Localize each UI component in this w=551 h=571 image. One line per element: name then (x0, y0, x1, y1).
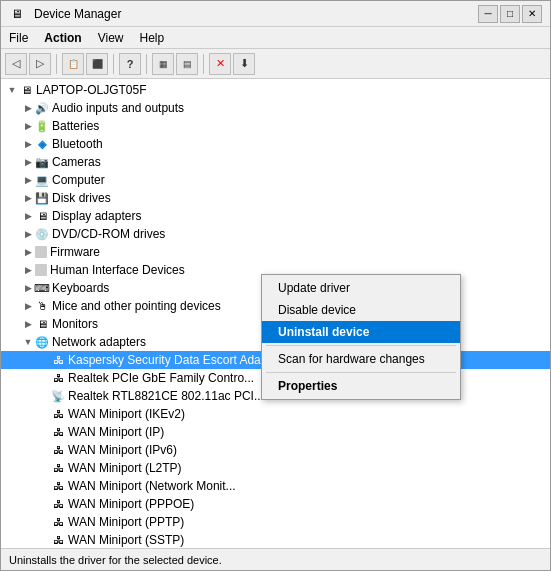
wan-ikev2-label: WAN Miniport (IKEv2) (68, 407, 185, 421)
menu-action[interactable]: Action (36, 27, 89, 48)
toolbar-sep-1 (56, 54, 57, 74)
menu-view[interactable]: View (90, 27, 132, 48)
toolbar-sep-2 (113, 54, 114, 74)
batteries-label: Batteries (52, 119, 99, 133)
ctx-disable-device[interactable]: Disable device (262, 299, 460, 321)
toolbar-sep-4 (203, 54, 204, 74)
tree-item-disk[interactable]: ▶ 💾 Disk drives (1, 189, 550, 207)
scan-button[interactable]: ⬇ (233, 53, 255, 75)
properties-button[interactable]: 📋 (62, 53, 84, 75)
btn-1[interactable]: ▦ (152, 53, 174, 75)
wan-netmon-label: WAN Miniport (Network Monit... (68, 479, 236, 493)
tree-item-wan-pptp[interactable]: 🖧 WAN Miniport (PPTP) (1, 513, 550, 531)
toolbar-sep-3 (146, 54, 147, 74)
context-menu: Update driver Disable device Uninstall d… (261, 274, 461, 400)
maximize-button[interactable]: □ (500, 5, 520, 23)
tree-item-wan-ipv6[interactable]: 🖧 WAN Miniport (IPv6) (1, 441, 550, 459)
tree-item-batteries[interactable]: ▶ 🔋 Batteries (1, 117, 550, 135)
wan-ip-label: WAN Miniport (IP) (68, 425, 164, 439)
tree-item-wan-netmon[interactable]: 🖧 WAN Miniport (Network Monit... (1, 477, 550, 495)
dvd-label: DVD/CD-ROM drives (52, 227, 165, 241)
tree-item-cameras[interactable]: ▶ 📷 Cameras (1, 153, 550, 171)
tree-item-wan-ip[interactable]: 🖧 WAN Miniport (IP) (1, 423, 550, 441)
root-label: LAPTOP-OLJGT05F (36, 83, 146, 97)
uninstall-button[interactable]: ✕ (209, 53, 231, 75)
tree-item-wan-l2tp[interactable]: 🖧 WAN Miniport (L2TP) (1, 459, 550, 477)
menu-help[interactable]: Help (131, 27, 172, 48)
title-bar: 🖥 Device Manager ─ □ ✕ (1, 1, 550, 27)
ctx-sep-2 (266, 372, 456, 373)
cameras-label: Cameras (52, 155, 101, 169)
disk-label: Disk drives (52, 191, 111, 205)
menu-bar: File Action View Help (1, 27, 550, 49)
keyboards-label: Keyboards (52, 281, 109, 295)
ctx-properties[interactable]: Properties (262, 375, 460, 397)
tree-item-dvd[interactable]: ▶ 💿 DVD/CD-ROM drives (1, 225, 550, 243)
firmware-label: Firmware (50, 245, 100, 259)
tree-item-wan-sstp[interactable]: 🖧 WAN Miniport (SSTP) (1, 531, 550, 548)
computer-icon: 🖥 (19, 83, 33, 97)
tree-item-computer[interactable]: ▶ 💻 Computer (1, 171, 550, 189)
status-text: Uninstalls the driver for the selected d… (9, 554, 222, 566)
window-icon: 🖥 (9, 6, 25, 22)
device-tree[interactable]: ▼ 🖥 LAPTOP-OLJGT05F ▶ 🔊 Audio inputs and… (1, 79, 550, 548)
monitors-label: Monitors (52, 317, 98, 331)
window-title: Device Manager (34, 7, 472, 21)
realtek-gbe-label: Realtek PCIe GbE Family Contro... (68, 371, 254, 385)
minimize-button[interactable]: ─ (478, 5, 498, 23)
tree-item-bluetooth[interactable]: ▶ ◈ Bluetooth (1, 135, 550, 153)
computer-label: Computer (52, 173, 105, 187)
close-button[interactable]: ✕ (522, 5, 542, 23)
btn-2[interactable]: ▤ (176, 53, 198, 75)
tree-item-wan-pppoe[interactable]: 🖧 WAN Miniport (PPPOE) (1, 495, 550, 513)
ctx-sep-1 (266, 345, 456, 346)
expand-icon-root: ▼ (5, 83, 19, 97)
ctx-uninstall-device[interactable]: Uninstall device (262, 321, 460, 343)
tree-root[interactable]: ▼ 🖥 LAPTOP-OLJGT05F (1, 81, 550, 99)
wan-pptp-label: WAN Miniport (PPTP) (68, 515, 184, 529)
wan-sstp-label: WAN Miniport (SSTP) (68, 533, 184, 547)
help-button[interactable]: ? (119, 53, 141, 75)
bluetooth-label: Bluetooth (52, 137, 103, 151)
ctx-scan-hardware[interactable]: Scan for hardware changes (262, 348, 460, 370)
main-content: ▼ 🖥 LAPTOP-OLJGT05F ▶ 🔊 Audio inputs and… (1, 79, 550, 548)
tree-item-wan-ikev2[interactable]: 🖧 WAN Miniport (IKEv2) (1, 405, 550, 423)
back-button[interactable]: ◁ (5, 53, 27, 75)
toolbar: ◁ ▷ 📋 ⬛ ? ▦ ▤ ✕ ⬇ (1, 49, 550, 79)
device-manager-window: 🖥 Device Manager ─ □ ✕ File Action View … (0, 0, 551, 571)
hid-label: Human Interface Devices (50, 263, 185, 277)
display-label: Display adapters (52, 209, 141, 223)
tree-item-firmware[interactable]: ▶ Firmware (1, 243, 550, 261)
window-controls: ─ □ ✕ (478, 5, 542, 23)
menu-file[interactable]: File (1, 27, 36, 48)
wan-ipv6-label: WAN Miniport (IPv6) (68, 443, 177, 457)
wan-l2tp-label: WAN Miniport (L2TP) (68, 461, 182, 475)
tree-item-audio[interactable]: ▶ 🔊 Audio inputs and outputs (1, 99, 550, 117)
network-label: Network adapters (52, 335, 146, 349)
audio-label: Audio inputs and outputs (52, 101, 184, 115)
realtek-wifi-label: Realtek RTL8821CE 802.11ac PCI... (68, 389, 264, 403)
wan-pppoe-label: WAN Miniport (PPPOE) (68, 497, 194, 511)
tree-item-display[interactable]: ▶ 🖥 Display adapters (1, 207, 550, 225)
mice-label: Mice and other pointing devices (52, 299, 221, 313)
forward-button[interactable]: ▷ (29, 53, 51, 75)
status-bar: Uninstalls the driver for the selected d… (1, 548, 550, 570)
ctx-update-driver[interactable]: Update driver (262, 277, 460, 299)
update-driver-button[interactable]: ⬛ (86, 53, 108, 75)
